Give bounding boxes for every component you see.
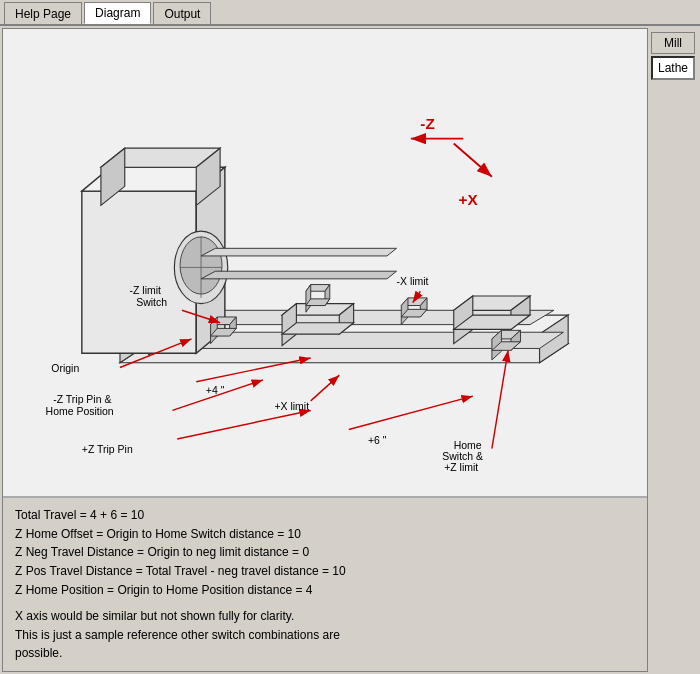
origin-label: Origin — [51, 363, 79, 374]
diagram-area: -Z +X Origin -Z limit Switch +4 " — [3, 29, 647, 497]
neg-z-trip-label1: -Z Trip Pin & — [53, 394, 111, 405]
tab-diagram[interactable]: Diagram — [84, 2, 151, 24]
svg-line-57 — [349, 396, 473, 429]
lathe-button[interactable]: Lathe — [651, 56, 695, 80]
neg-x-limit-label: -X limit — [397, 276, 429, 287]
info-area: Total Travel = 4 + 6 = 10 Z Home Offset … — [3, 497, 647, 671]
info-line-8: possible. — [15, 644, 635, 663]
pos6-label: +6 " — [368, 435, 387, 446]
svg-marker-31 — [306, 299, 330, 306]
info-line-5: Z Home Position = Origin to Home Positio… — [15, 581, 635, 600]
svg-marker-22 — [201, 271, 396, 279]
right-panel: Mill Lathe — [648, 28, 698, 672]
pos-x-label: +X — [459, 191, 479, 208]
pos-z-trip-label: +Z Trip Pin — [82, 444, 133, 455]
info-spacer — [15, 599, 635, 607]
svg-line-55 — [311, 375, 340, 401]
pos4-label: +4 " — [206, 385, 225, 396]
info-line-2: Z Home Offset = Origin to Home Switch di… — [15, 525, 635, 544]
neg-z-switch-label: Switch — [136, 297, 167, 308]
info-line-7: This is just a sample reference other sw… — [15, 626, 635, 645]
home-switch-label2: Switch & — [442, 451, 483, 462]
info-line-1: Total Travel = 4 + 6 = 10 — [15, 506, 635, 525]
content-area: -Z +X Origin -Z limit Switch +4 " — [0, 26, 700, 674]
svg-line-58 — [492, 350, 508, 448]
svg-line-49 — [454, 143, 492, 176]
tab-bar: Help Page Diagram Output — [0, 0, 700, 26]
info-line-4: Z Pos Travel Distance = Total Travel - n… — [15, 562, 635, 581]
tab-help-page[interactable]: Help Page — [4, 2, 82, 24]
tab-output[interactable]: Output — [153, 2, 211, 24]
mill-button[interactable]: Mill — [651, 32, 695, 54]
main-window: Help Page Diagram Output — [0, 0, 700, 674]
info-line-3: Z Neg Travel Distance = Origin to neg li… — [15, 543, 635, 562]
neg-z-limit-label: -Z limit — [130, 285, 161, 296]
lathe-diagram: -Z +X Origin -Z limit Switch +4 " — [3, 29, 647, 496]
info-line-6: X axis would be similar but not shown fu… — [15, 607, 635, 626]
neg-z-label: -Z — [420, 115, 434, 132]
pos-x-limit-label: +X limit — [274, 401, 309, 412]
svg-line-54 — [177, 410, 311, 439]
svg-marker-21 — [201, 248, 396, 256]
home-switch-label3: +Z limit — [444, 462, 478, 473]
center-panel: -Z +X Origin -Z limit Switch +4 " — [2, 28, 648, 672]
neg-z-trip-label2: Home Position — [46, 406, 114, 417]
home-switch-label1: Home — [454, 440, 482, 451]
